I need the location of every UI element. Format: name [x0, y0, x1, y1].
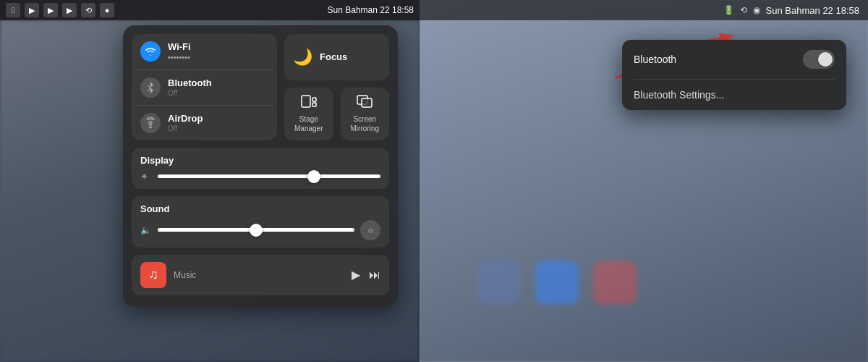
focus-tile[interactable]: 🌙 Focus: [284, 34, 389, 80]
battery-icon: 🔋: [723, 5, 734, 15]
airdrop-status: Off: [168, 125, 203, 133]
svg-rect-6: [362, 98, 372, 107]
svg-point-0: [149, 122, 152, 125]
cc-bottom-tiles: StageManager ScreenMirroring: [284, 88, 389, 140]
airdrop-text: AirDrop Off: [168, 113, 203, 133]
music-info: Music: [174, 270, 196, 280]
screen-mirroring-tile[interactable]: ScreenMirroring: [341, 88, 390, 140]
wifi-icon: [140, 41, 161, 62]
brightness-track[interactable]: [158, 174, 380, 178]
brightness-thumb[interactable]: [307, 170, 320, 183]
brightness-row: ☀: [140, 172, 380, 182]
play-button[interactable]: ▶: [352, 268, 360, 282]
cc-connectivity-group: Wi-Fi •••••••• Bluetooth Off: [132, 34, 277, 140]
bluetooth-toggle-row: Bluetooth: [622, 40, 846, 79]
bluetooth-tile[interactable]: Bluetooth Off: [133, 72, 276, 104]
desktop-icon-2: [535, 261, 579, 304]
siri-icon: ◉: [753, 5, 760, 15]
volume-track[interactable]: [158, 228, 354, 232]
menubar-right: 🔋 ⟲ ◉ Sun Bahman 22 18:58: [420, 0, 868, 20]
control-center-icon: ⟲: [740, 5, 747, 15]
stage-manager-label: StageManager: [294, 114, 323, 133]
desktop-icon-3: [593, 261, 637, 304]
music-section: ♫ Music ▶ ⏭: [132, 255, 389, 295]
bluetooth-settings-label: Bluetooth Settings...: [634, 89, 724, 101]
left-panel:  ▶ ▶ ▶ ⟲ ● Sun Bahman 22 18:58: [0, 0, 420, 362]
sound-section: Sound 🔈 ⌾: [132, 196, 389, 248]
brightness-icon: ☀: [140, 172, 152, 182]
cc-right-col: 🌙 Focus StageManager: [284, 34, 389, 140]
bluetooth-toggle[interactable]: [803, 50, 835, 69]
airdrop-title: AirDrop: [168, 113, 203, 125]
desktop-icon-1: [477, 261, 521, 304]
wifi-title: Wi-Fi: [168, 41, 191, 53]
menu-icon-4: ⟲: [81, 3, 95, 17]
focus-icon: 🌙: [293, 48, 312, 67]
menubar-left:  ▶ ▶ ▶ ⟲ ● Sun Bahman 22 18:58: [0, 0, 420, 20]
svg-rect-2: [302, 96, 310, 107]
volume-icon: 🔈: [140, 225, 152, 235]
bluetooth-icon: [140, 77, 161, 98]
focus-label: Focus: [320, 51, 347, 62]
bluetooth-popup: Bluetooth Bluetooth Settings...: [622, 40, 846, 110]
bluetooth-popup-label: Bluetooth: [634, 54, 794, 65]
screen-mirroring-label: ScreenMirroring: [351, 114, 379, 133]
menubar-left-time: Sun Bahman 22 18:58: [328, 5, 414, 15]
next-button[interactable]: ⏭: [369, 269, 380, 282]
bluetooth-toggle-knob: [818, 52, 833, 67]
right-panel: 🔋 ⟲ ◉ Sun Bahman 22 18:58 Bluetooth Blue…: [420, 0, 868, 362]
menu-icon-2: ▶: [43, 3, 58, 17]
cc-top-row: Wi-Fi •••••••• Bluetooth Off: [132, 34, 389, 140]
screen-mirroring-icon: [357, 95, 373, 111]
stage-manager-icon: [301, 95, 317, 111]
wifi-network: ••••••••: [168, 53, 191, 62]
bluetooth-status: Off: [168, 89, 212, 98]
airdrop-icon: [140, 113, 161, 133]
music-app-icon: ♫: [140, 262, 166, 288]
menubar-right-time: Sun Bahman 22 18:58: [766, 5, 859, 16]
stage-manager-tile[interactable]: StageManager: [284, 88, 333, 140]
divider-2: [136, 105, 273, 106]
divider-1: [136, 70, 273, 70]
bluetooth-settings-row[interactable]: Bluetooth Settings...: [622, 80, 846, 110]
airplay-icon[interactable]: ⌾: [360, 220, 380, 240]
wifi-tile[interactable]: Wi-Fi ••••••••: [133, 35, 276, 68]
sound-title: Sound: [140, 203, 380, 214]
wifi-text: Wi-Fi ••••••••: [168, 41, 191, 62]
bluetooth-title: Bluetooth: [168, 77, 212, 89]
menu-icon-1: ▶: [25, 3, 39, 17]
menu-icon-3: ▶: [62, 3, 77, 17]
display-section: Display ☀: [132, 148, 389, 189]
apple-icon: : [6, 3, 20, 17]
volume-thumb[interactable]: [250, 224, 263, 237]
bluetooth-text: Bluetooth Off: [168, 77, 212, 98]
control-center-panel: Wi-Fi •••••••• Bluetooth Off: [123, 25, 398, 307]
volume-row: 🔈 ⌾: [140, 220, 380, 240]
music-controls: ▶ ⏭: [352, 268, 380, 282]
svg-rect-4: [312, 103, 316, 106]
airdrop-tile[interactable]: AirDrop Off: [133, 107, 276, 139]
svg-rect-3: [312, 98, 316, 101]
display-title: Display: [140, 155, 380, 166]
menu-icon-5: ●: [100, 3, 114, 17]
